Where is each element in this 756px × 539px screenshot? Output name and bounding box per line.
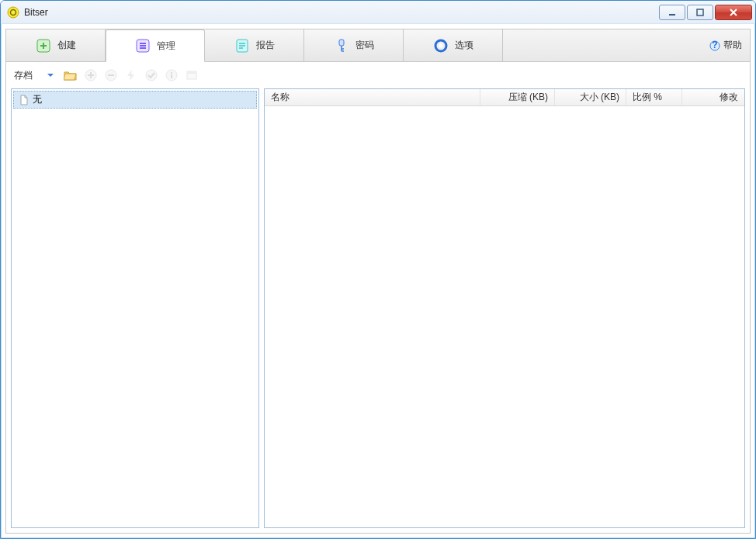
folder-open-icon[interactable] [64, 68, 78, 82]
tab-password[interactable]: 密码 [304, 29, 404, 61]
tab-manage[interactable]: 管理 [106, 29, 205, 62]
svg-rect-15 [171, 74, 172, 78]
archive-label: 存档 [14, 69, 33, 82]
plus-circle-icon [84, 68, 98, 82]
minus-circle-icon [104, 68, 118, 82]
column-modified[interactable]: 修改 [682, 89, 744, 105]
svg-text:?: ? [712, 40, 717, 50]
content-split: 无 名称 压缩 (KB) 大小 (KB) 比例 % 修改 [6, 88, 750, 533]
tab-create[interactable]: 创建 [6, 29, 106, 61]
tab-report[interactable]: 报告 [205, 29, 304, 61]
tab-label: 管理 [157, 40, 175, 53]
file-icon [19, 95, 29, 105]
window-icon [185, 68, 199, 82]
list-box-icon [135, 38, 151, 54]
tree-root-label: 无 [33, 93, 42, 106]
column-ratio[interactable]: 比例 % [626, 89, 682, 105]
app-icon [7, 6, 19, 19]
titlebar[interactable]: Bitser [1, 1, 755, 24]
tab-label: 创建 [57, 39, 76, 52]
tab-label: 报告 [256, 39, 275, 52]
ring-icon [433, 38, 449, 54]
plus-box-icon [36, 38, 51, 54]
column-header-row: 名称 压缩 (KB) 大小 (KB) 比例 % 修改 [265, 89, 744, 106]
bolt-icon [124, 68, 138, 82]
info-circle-icon [165, 68, 179, 82]
svg-rect-18 [187, 71, 196, 74]
tree-root-item[interactable]: 无 [13, 91, 257, 109]
list-pane[interactable]: 名称 压缩 (KB) 大小 (KB) 比例 % 修改 [264, 88, 745, 528]
svg-rect-2 [697, 9, 703, 16]
maximize-button[interactable] [687, 5, 713, 20]
svg-point-13 [146, 70, 157, 81]
help-label: 帮助 [723, 39, 742, 52]
toolbar: 存档 [6, 62, 750, 88]
tree-pane[interactable]: 无 [11, 88, 259, 528]
main-panel: 创建 管理 报告 密码 [5, 29, 751, 534]
tab-spacer [503, 29, 706, 61]
tabbar: 创建 管理 报告 密码 [6, 29, 750, 62]
report-icon [234, 38, 250, 54]
svg-rect-16 [171, 72, 172, 74]
column-size[interactable]: 大小 (KB) [555, 89, 626, 105]
close-button[interactable] [715, 5, 752, 20]
tab-options[interactable]: 选项 [404, 29, 503, 61]
minimize-button[interactable] [659, 5, 685, 20]
help-icon: ? [709, 40, 720, 51]
chevron-down-icon[interactable] [43, 68, 57, 82]
tab-label: 选项 [455, 39, 473, 52]
window-controls [659, 5, 752, 20]
column-name[interactable]: 名称 [265, 89, 480, 105]
window-title: Bitser [24, 7, 659, 18]
svg-point-8 [439, 43, 442, 47]
svg-point-0 [8, 7, 19, 18]
check-circle-icon [144, 68, 158, 82]
app-window: Bitser 创建 [0, 0, 756, 539]
tab-label: 密码 [355, 39, 374, 52]
svg-rect-6 [339, 40, 344, 46]
client-area: 创建 管理 报告 密码 [1, 24, 755, 538]
help-link[interactable]: ? 帮助 [706, 37, 745, 54]
key-icon [334, 38, 349, 54]
column-compressed[interactable]: 压缩 (KB) [480, 89, 555, 105]
